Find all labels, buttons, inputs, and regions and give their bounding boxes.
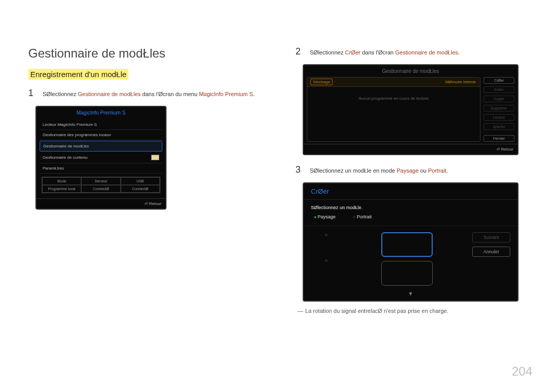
screenshot-title: MagicInfo Premium S — [36, 107, 165, 120]
step-2: 2 SØlectionnez CrØer dans l'Øcran Gestio… — [295, 46, 524, 57]
row-indicator: ○ — [311, 232, 342, 237]
memory-label: MØmoire interne — [445, 80, 476, 84]
close-button[interactable]: Fermer — [484, 135, 514, 142]
menu-item[interactable]: ParamŁtres — [40, 163, 162, 174]
footnote: ―La rotation du signal entrelacØ n'est p… — [298, 308, 524, 314]
step-text: SØlectionnez CrØer dans l'Øcran Gestionn… — [310, 49, 459, 55]
menu-item[interactable]: Gestionnaire des programmes locaux — [40, 130, 162, 140]
row-indicator: ○ — [311, 258, 342, 263]
template-option-selected[interactable] — [381, 232, 433, 257]
table-cell: Serveur — [81, 177, 120, 185]
return-button[interactable]: Retour — [36, 198, 165, 209]
template-option[interactable] — [381, 261, 433, 286]
thumbnail-icon — [151, 155, 159, 160]
page-title: Gestionnaire de modŁles — [28, 46, 265, 61]
page-number: 204 — [512, 364, 532, 379]
step-number: 2 — [295, 46, 303, 57]
step-number: 3 — [295, 164, 303, 175]
dialog-subtitle: SØlectionnez un modŁle. — [304, 200, 517, 211]
dialog-title: CrØer — [304, 183, 517, 200]
scroll-down-arrow[interactable]: ▼ — [304, 291, 517, 301]
return-button[interactable]: Retour — [304, 144, 517, 154]
radio-portrait[interactable]: Portrait — [353, 214, 372, 219]
radio-paysage[interactable]: Paysage — [314, 214, 336, 219]
delete-button: Supprimer — [484, 105, 514, 111]
menu-item[interactable]: Lecteur MagicInfo Premium S — [40, 120, 162, 130]
play-button: Lecture — [484, 114, 514, 121]
empty-message: Aucun programme en cours de lecture — [307, 87, 480, 132]
screenshot-title: Gestionnaire de modŁles — [304, 65, 517, 77]
preview-button: AperÁu — [484, 123, 514, 130]
screenshot-creer: CrØer SØlectionnez un modŁle. Paysage Po… — [303, 182, 519, 302]
menu-item-selected[interactable]: Gestionnaire de modŁles — [40, 141, 162, 152]
create-button[interactable]: CrØer — [484, 77, 514, 84]
step-text: SØlectionnez Gestionnaire de modŁles dan… — [43, 91, 254, 97]
step-text: SØlectionnez un modŁle en mode Paysage o… — [310, 167, 448, 174]
table-cell: ConnectØ — [121, 185, 160, 193]
section-subtitle: Enregistrement d'un modŁle — [28, 69, 128, 80]
screenshot-gestionnaire: Gestionnaire de modŁles Stockage MØmoire… — [303, 64, 519, 155]
screenshot-magicinfo: MagicInfo Premium S Lecteur MagicInfo Pr… — [35, 106, 166, 210]
step-1: 1 SØlectionnez Gestionnaire de modŁles d… — [28, 88, 265, 99]
table-cell: ConnectØ — [81, 185, 120, 193]
menu-item[interactable]: Gestionnaire de contenu — [40, 152, 162, 163]
copy-button: Copier — [484, 96, 514, 102]
edit-button: Editer — [484, 86, 514, 93]
table-cell: USB — [121, 177, 160, 185]
step-number: 1 — [28, 88, 35, 99]
step-3: 3 SØlectionnez un modŁle en mode Paysage… — [295, 164, 524, 175]
storage-label[interactable]: Stockage — [310, 79, 332, 85]
status-table: Mode Serveur USB Programme local Connect… — [42, 177, 160, 193]
table-cell: Mode — [42, 177, 81, 185]
next-button: Suivant — [472, 232, 510, 242]
table-cell: Programme local — [42, 185, 81, 193]
cancel-button[interactable]: Annuler — [472, 247, 510, 257]
